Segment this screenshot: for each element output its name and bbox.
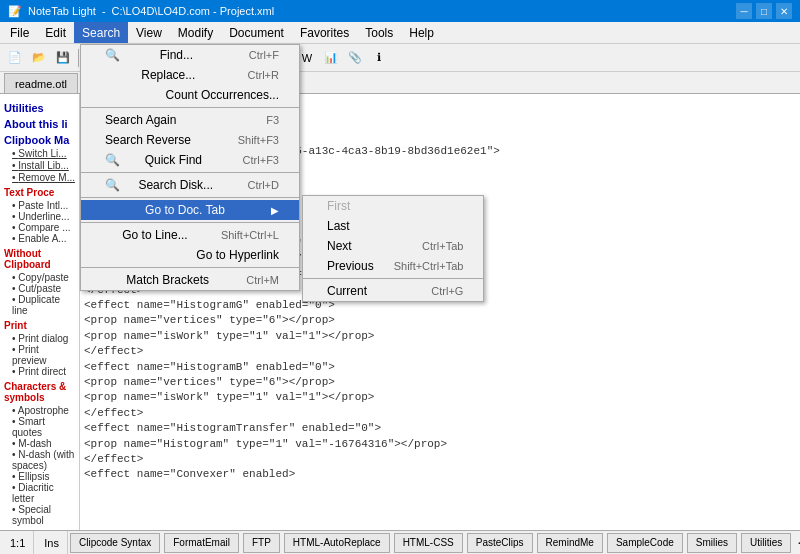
- save-button[interactable]: 💾: [52, 47, 74, 69]
- search-reverse-shortcut: Shift+F3: [238, 134, 279, 146]
- submenu-last[interactable]: Last: [303, 216, 483, 236]
- goto-doc-label: Go to Doc. Tab: [145, 203, 225, 217]
- sidebar-diacritic[interactable]: Diacritic letter: [4, 482, 75, 504]
- close-button[interactable]: ✕: [776, 3, 792, 19]
- menu-edit[interactable]: Edit: [37, 22, 74, 43]
- replace-label: Replace...: [141, 68, 195, 82]
- minimize-button[interactable]: ─: [736, 3, 752, 19]
- find-shortcut: Ctrl+F: [249, 49, 279, 61]
- code-line-15: <prop name="vertices" type="6"></prop>: [84, 313, 796, 328]
- submenu-first: First: [303, 196, 483, 216]
- quick-find-label: Quick Find: [145, 153, 202, 167]
- window-title: NoteTab Light: [28, 5, 96, 17]
- clip-button[interactable]: 📎: [344, 47, 366, 69]
- maximize-button[interactable]: □: [756, 3, 772, 19]
- sidebar-underline[interactable]: Underline...: [4, 211, 75, 222]
- sidebar-special-symbol[interactable]: Special symbol: [4, 504, 75, 526]
- submenu-current[interactable]: Current Ctrl+G: [303, 281, 483, 301]
- search-disk-label: Search Disk...: [138, 178, 213, 192]
- code-line-22: <effect name="HistogramTransfer" enabled…: [84, 421, 796, 436]
- menu-goto-doc-tab[interactable]: Go to Doc. Tab ▶: [81, 200, 299, 220]
- menu-goto-hyperlink[interactable]: Go to Hyperlink: [81, 245, 299, 265]
- status-tab-html-autoreplace[interactable]: HTML-AutoReplace: [284, 533, 390, 553]
- sidebar-enable-a[interactable]: Enable A...: [4, 233, 75, 244]
- goto-line-shortcut: Shift+Ctrl+L: [221, 229, 279, 241]
- new-button[interactable]: 📄: [4, 47, 26, 69]
- sidebar-ellipsis[interactable]: Ellipsis: [4, 471, 75, 482]
- menu-view[interactable]: View: [128, 22, 170, 43]
- menu-document[interactable]: Document: [221, 22, 292, 43]
- submenu-next[interactable]: Next Ctrl+Tab: [303, 236, 483, 256]
- menu-modify[interactable]: Modify: [170, 22, 221, 43]
- search-again-label: Search Again: [105, 113, 176, 127]
- info-button[interactable]: ℹ: [368, 47, 390, 69]
- search-dropdown-menu: 🔍 Find... Ctrl+F Replace... Ctrl+R Count…: [80, 44, 300, 291]
- sidebar-paste-intl[interactable]: Paste Intl...: [4, 200, 75, 211]
- sidebar-print-direct[interactable]: Print direct: [4, 366, 75, 377]
- menu-search[interactable]: Search: [74, 22, 128, 43]
- window-subtitle: -: [102, 5, 106, 17]
- last-label: Last: [327, 219, 350, 233]
- chart-button[interactable]: 📊: [320, 47, 342, 69]
- sidebar-about-title: About this li: [4, 118, 75, 130]
- sidebar-install-lib[interactable]: Install Lib...: [4, 160, 75, 171]
- sidebar-dupline[interactable]: Duplicate line: [4, 294, 75, 316]
- code-line-18: <effect name="HistogramB" enabled="0">: [84, 360, 796, 375]
- toolbar-sep-1: [78, 49, 79, 67]
- sidebar-remove-m[interactable]: Remove M...: [4, 172, 75, 183]
- menu-find[interactable]: 🔍 Find... Ctrl+F: [81, 45, 299, 65]
- sidebar-apostrophe[interactable]: Apostrophe: [4, 405, 75, 416]
- menu-tools[interactable]: Tools: [357, 22, 401, 43]
- code-line-20: <prop name="isWork" type="1" val="1"></p…: [84, 390, 796, 405]
- sidebar-utilities-title: Utilities: [4, 102, 75, 114]
- next-shortcut: Ctrl+Tab: [422, 240, 463, 252]
- quick-find-shortcut: Ctrl+F3: [243, 154, 279, 166]
- menu-file[interactable]: File: [2, 22, 37, 43]
- sidebar-print-preview[interactable]: Print preview: [4, 344, 75, 366]
- menu-search-disk[interactable]: 🔍 Search Disk... Ctrl+D: [81, 175, 299, 195]
- menu-help[interactable]: Help: [401, 22, 442, 43]
- sidebar-cutpaste[interactable]: Cut/paste: [4, 283, 75, 294]
- status-tab-remindme[interactable]: RemindMe: [537, 533, 603, 553]
- status-tab-utilities[interactable]: Utilities: [741, 533, 791, 553]
- status-tab-ftp[interactable]: FTP: [243, 533, 280, 553]
- sidebar-switch-li[interactable]: Switch Li...: [4, 148, 75, 159]
- status-tab-pasteclips[interactable]: PasteClips: [467, 533, 533, 553]
- menu-replace[interactable]: Replace... Ctrl+R: [81, 65, 299, 85]
- status-tab-smilies[interactable]: Smilies: [687, 533, 737, 553]
- menu-quick-find[interactable]: 🔍 Quick Find Ctrl+F3: [81, 150, 299, 170]
- menu-favorites[interactable]: Favorites: [292, 22, 357, 43]
- menu-goto-line[interactable]: Go to Line... Shift+Ctrl+L: [81, 225, 299, 245]
- nav-left-icon[interactable]: ◀: [795, 536, 800, 549]
- status-tab-clipcode[interactable]: Clipcode Syntax: [70, 533, 160, 553]
- menu-count-occurrences[interactable]: Count Occurrences...: [81, 85, 299, 105]
- goto-hyperlink-label: Go to Hyperlink: [196, 248, 279, 262]
- status-tab-samplecode[interactable]: SampleCode: [607, 533, 683, 553]
- sidebar-mdash[interactable]: M-dash: [4, 438, 75, 449]
- match-brackets-shortcut: Ctrl+M: [246, 274, 279, 286]
- code-line-17: </effect>: [84, 344, 796, 359]
- sidebar-clipbook-title: Clipbook Ma: [4, 134, 75, 146]
- current-label: Current: [327, 284, 367, 298]
- sidebar-copypaste[interactable]: Copy/paste: [4, 272, 75, 283]
- title-bar: 📝 NoteTab Light - C:\LO4D\LO4D.com - Pro…: [0, 0, 800, 22]
- menu-search-reverse[interactable]: Search Reverse Shift+F3: [81, 130, 299, 150]
- open-button[interactable]: 📂: [28, 47, 50, 69]
- sep-5: [81, 267, 299, 268]
- tab-readme[interactable]: readme.otl: [4, 73, 78, 93]
- sidebar-chars-title: Characters & symbols: [4, 381, 75, 403]
- next-label: Next: [327, 239, 352, 253]
- sidebar-print-dialog[interactable]: Print dialog: [4, 333, 75, 344]
- submenu-previous[interactable]: Previous Shift+Ctrl+Tab: [303, 256, 483, 276]
- sep-2: [81, 172, 299, 173]
- sidebar-compare[interactable]: Compare ...: [4, 222, 75, 233]
- sidebar-smart-quotes[interactable]: Smart quotes: [4, 416, 75, 438]
- goto-line-label: Go to Line...: [122, 228, 187, 242]
- status-tab-formatemail[interactable]: FormatEmail: [164, 533, 239, 553]
- sep-4: [81, 222, 299, 223]
- menu-match-brackets[interactable]: Match Brackets Ctrl+M: [81, 270, 299, 290]
- status-tab-html-css[interactable]: HTML-CSS: [394, 533, 463, 553]
- sidebar-ndash[interactable]: N-dash (with spaces): [4, 449, 75, 471]
- submenu-arrow: ▶: [271, 205, 279, 216]
- menu-search-again[interactable]: Search Again F3: [81, 110, 299, 130]
